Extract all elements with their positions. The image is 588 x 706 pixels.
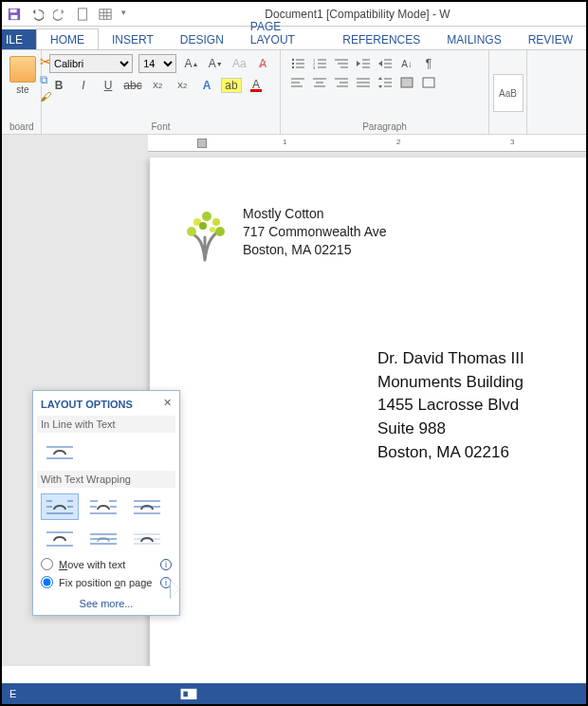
multilevel-list-icon[interactable] — [332, 54, 351, 73]
document-page[interactable]: Mostly Cotton 717 Commonwealth Ave Bosto… — [150, 158, 586, 666]
horizontal-ruler[interactable]: 1 2 3 — [148, 135, 586, 152]
svg-text:3: 3 — [313, 65, 316, 69]
recipient-citystate: Boston, MA 02216 — [377, 441, 586, 465]
fix-position-input[interactable] — [41, 576, 53, 588]
show-marks-icon[interactable]: ¶ — [419, 54, 438, 73]
layout-tight-icon[interactable] — [84, 493, 122, 520]
shrink-font-icon[interactable]: A▼ — [207, 54, 225, 73]
tab-file[interactable]: ILE — [2, 29, 36, 49]
indent-marker-icon[interactable] — [197, 139, 207, 148]
align-center-icon[interactable] — [310, 73, 329, 92]
tab-mailings[interactable]: MAILINGS — [433, 29, 514, 49]
tab-review[interactable]: REVIEW — [515, 29, 586, 49]
status-macro-icon[interactable] — [180, 686, 197, 701]
svg-point-52 — [199, 222, 207, 230]
svg-point-9 — [292, 59, 294, 61]
group-font: Calibri 14 A▲ A▼ Aa A̷ B I U abc X2 X2 A… — [42, 50, 281, 134]
italic-button[interactable]: I — [74, 76, 93, 95]
svg-point-53 — [210, 227, 215, 232]
ribbon: ste ✂ ⧉ 🖌 board Calibri 14 A▲ A▼ Aa A̷ B… — [2, 49, 586, 135]
change-case-icon[interactable]: Aa — [230, 54, 248, 73]
shading-icon[interactable] — [397, 73, 416, 92]
layout-inline-icon[interactable] — [41, 438, 79, 465]
group-paragraph: 123 A↓ ¶ Paragraph — [281, 50, 489, 134]
info-icon[interactable]: i — [160, 577, 172, 588]
paragraph-row1: 123 A↓ ¶ — [288, 54, 481, 73]
line-spacing-icon[interactable] — [376, 73, 395, 92]
layout-options-title: LAYOUT OPTIONS — [41, 399, 172, 410]
paragraph-row2 — [288, 73, 481, 92]
redo-icon[interactable] — [53, 8, 66, 21]
svg-rect-3 — [79, 8, 87, 19]
font-size-select[interactable]: 14 — [138, 54, 176, 73]
increase-indent-icon[interactable] — [376, 54, 395, 73]
paste-icon[interactable] — [9, 56, 36, 83]
recipient-suite: Suite 988 — [377, 418, 586, 441]
close-icon[interactable]: ✕ — [160, 397, 174, 410]
info-icon[interactable]: i — [160, 559, 172, 570]
recipient-name: Dr. David Thomas III — [377, 347, 586, 371]
svg-point-47 — [187, 227, 196, 236]
ruler-tick-3: 3 — [510, 138, 514, 146]
paste-label: ste — [16, 84, 28, 95]
table-icon[interactable] — [99, 8, 112, 21]
bold-button[interactable]: B — [49, 76, 68, 95]
subscript-button[interactable]: X2 — [148, 76, 167, 95]
clear-formatting-icon[interactable]: A̷ — [254, 54, 272, 73]
see-more-link[interactable]: See more... — [41, 598, 172, 609]
new-icon[interactable] — [76, 8, 89, 21]
sender-name: Mostly Cotton — [243, 205, 387, 223]
svg-point-51 — [215, 227, 225, 236]
undo-icon[interactable] — [30, 8, 44, 21]
text-effects-icon[interactable]: A — [197, 76, 216, 95]
svg-point-49 — [202, 212, 211, 221]
layout-behind-icon[interactable] — [84, 526, 122, 552]
align-right-icon[interactable] — [332, 73, 351, 92]
group-styles: AaB — [489, 50, 527, 134]
svg-point-11 — [292, 63, 294, 65]
svg-rect-2 — [11, 14, 18, 18]
svg-rect-4 — [100, 9, 111, 19]
layout-topbottom-icon[interactable] — [41, 526, 79, 552]
font-name-select[interactable]: Calibri — [49, 54, 133, 73]
justify-icon[interactable] — [354, 73, 373, 92]
sender-citystate: Boston, MA 02215 — [243, 241, 387, 259]
align-left-icon[interactable] — [288, 73, 307, 92]
layout-front-icon[interactable] — [128, 526, 166, 552]
decrease-indent-icon[interactable] — [354, 54, 373, 73]
tab-page-layout[interactable]: PAGE LAYOUT — [237, 16, 329, 49]
tree-logo-icon — [178, 205, 231, 262]
svg-rect-45 — [401, 78, 413, 87]
superscript-button[interactable]: X2 — [173, 76, 192, 95]
sender-address: Mostly Cotton 717 Commonwealth Ave Bosto… — [243, 205, 387, 262]
font-group-label: Font — [49, 120, 272, 132]
layout-square-icon[interactable] — [41, 493, 79, 520]
save-icon[interactable] — [8, 8, 21, 21]
strikethrough-button[interactable]: abc — [123, 76, 142, 95]
borders-icon[interactable] — [419, 73, 438, 92]
numbering-icon[interactable]: 123 — [310, 54, 329, 73]
sort-icon[interactable]: A↓ — [397, 54, 416, 73]
fix-position-radio[interactable]: Fix position on page i — [41, 576, 172, 588]
grow-font-icon[interactable]: A▲ — [182, 54, 200, 73]
svg-point-13 — [292, 66, 294, 68]
move-with-text-input[interactable] — [41, 558, 53, 570]
bullets-icon[interactable] — [288, 54, 307, 73]
style-preview[interactable]: AaB — [493, 74, 524, 112]
tab-insert[interactable]: INSERT — [99, 29, 167, 49]
wrap-section-label: With Text Wrapping — [37, 471, 175, 488]
layout-options-panel: ✕ LAYOUT OPTIONS In Line with Text With … — [32, 390, 180, 616]
sender-street: 717 Commonwealth Ave — [243, 223, 387, 241]
tab-home[interactable]: HOME — [36, 28, 99, 49]
font-color-icon[interactable]: A — [247, 76, 266, 95]
highlight-icon[interactable]: ab — [222, 76, 241, 95]
tab-design[interactable]: DESIGN — [167, 29, 237, 49]
move-with-text-radio[interactable]: Move with text i — [41, 558, 172, 570]
clipboard-group-label: board — [9, 120, 33, 132]
layout-through-icon[interactable] — [128, 493, 166, 520]
qat-customize-icon[interactable]: ▾ — [121, 8, 135, 21]
underline-button[interactable]: U — [99, 76, 118, 95]
tab-references[interactable]: REFERENCES — [329, 29, 433, 49]
ribbon-tabs: ILE HOME INSERT DESIGN PAGE LAYOUT REFER… — [2, 27, 586, 49]
status-bar: E — [2, 683, 586, 704]
